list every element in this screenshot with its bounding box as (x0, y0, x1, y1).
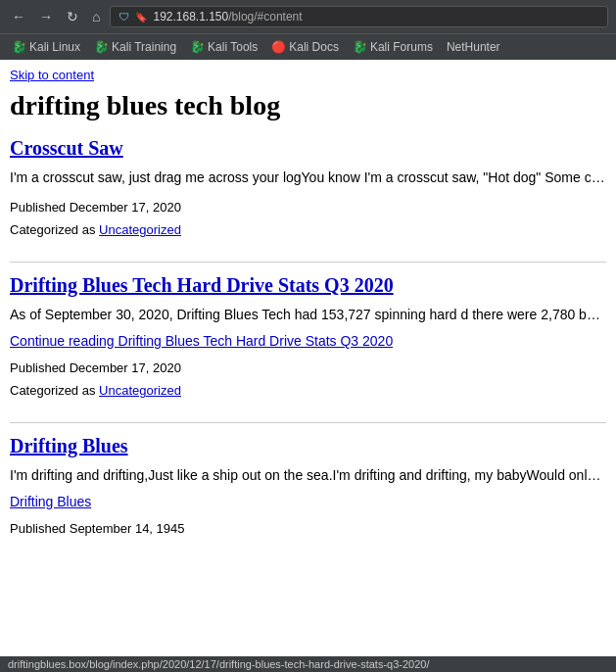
post-1-category-link[interactable]: Uncategorized (99, 222, 181, 237)
blog-title: drifting blues tech blog (10, 90, 606, 121)
post-2-category-link[interactable]: Uncategorized (99, 383, 181, 398)
kali-tools-icon: 🐉 (190, 40, 205, 54)
post-3-excerpt: I'm drifting and drifting,Just like a sh… (10, 465, 606, 486)
post-2-published: Published December 17, 2020 (10, 360, 181, 375)
kali-linux-icon: 🐉 (12, 40, 26, 54)
post-1-categorized-label: Categorized as (10, 222, 95, 237)
bookmark-icon: 🔖 (135, 12, 147, 23)
post-2-title[interactable]: Drifting Blues Tech Hard Drive Stats Q3 … (10, 274, 606, 297)
url-path: /blog/#content (228, 10, 302, 24)
post-2-excerpt: As of September 30, 2020, Drifting Blues… (10, 305, 606, 325)
reload-button[interactable]: ↻ (63, 7, 82, 26)
post-1-title[interactable]: Crosscut Saw (10, 137, 606, 160)
address-bar[interactable]: 🛡 🔖 192.168.1.150/blog/#content (110, 6, 608, 27)
post-3: Drifting Blues I'm drifting and drifting… (10, 435, 606, 540)
divider-2 (10, 422, 606, 423)
kali-docs-icon: 🔴 (271, 40, 286, 54)
post-1: Crosscut Saw I'm a crosscut saw, just dr… (10, 137, 606, 242)
kali-forums-icon: 🐉 (353, 40, 367, 54)
skip-to-content-link[interactable]: Skip to content (10, 68, 606, 82)
post-2-continue-link[interactable]: Continue reading Drifting Blues Tech Har… (10, 333, 606, 349)
home-button[interactable]: ⌂ (88, 7, 104, 26)
bookmark-kali-training[interactable]: 🐉 Kali Training (88, 38, 182, 56)
divider-1 (10, 262, 606, 263)
back-button[interactable]: ← (8, 7, 29, 26)
bookmark-nethunter[interactable]: NetHunter (441, 38, 506, 56)
post-3-meta: Published September 14, 1945 (10, 517, 606, 540)
bookmark-kali-tools[interactable]: 🐉 Kali Tools (184, 38, 263, 56)
post-2-categorized-label: Categorized as (10, 383, 95, 398)
post-3-published: Published September 14, 1945 (10, 521, 185, 536)
post-1-meta: Published December 17, 2020 Categorized … (10, 196, 606, 242)
kali-training-icon: 🐉 (94, 40, 109, 54)
post-1-published: Published December 17, 2020 (10, 200, 181, 215)
post-3-title[interactable]: Drifting Blues (10, 435, 606, 457)
forward-button[interactable]: → (35, 7, 57, 26)
browser-toolbar: ← → ↻ ⌂ 🛡 🔖 192.168.1.150/blog/#content (0, 0, 616, 33)
post-2-meta: Published December 17, 2020 Categorized … (10, 357, 606, 403)
bookmark-kali-forums[interactable]: 🐉 Kali Forums (347, 38, 439, 56)
bookmark-kali-linux[interactable]: 🐉 Kali Linux (6, 38, 86, 56)
url-host: 192.168.1.150 (153, 10, 228, 24)
post-2: Drifting Blues Tech Hard Drive Stats Q3 … (10, 274, 606, 403)
post-1-excerpt: I'm a crosscut saw, just drag me across … (10, 168, 606, 188)
bookmarks-bar: 🐉 Kali Linux 🐉 Kali Training 🐉 Kali Tool… (0, 33, 616, 60)
bookmark-kali-docs[interactable]: 🔴 Kali Docs (265, 38, 345, 56)
address-text: 192.168.1.150/blog/#content (153, 10, 302, 24)
post-3-continue-link[interactable]: Drifting Blues (10, 494, 606, 509)
shield-icon: 🛡 (118, 11, 129, 23)
page-content: Skip to content drifting blues tech blog… (0, 60, 616, 567)
